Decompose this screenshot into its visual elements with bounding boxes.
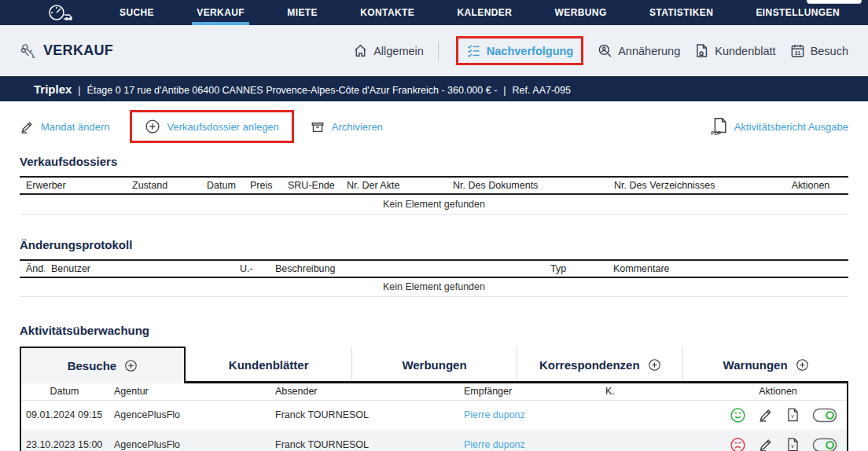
toggle-switch-icon[interactable] xyxy=(812,438,837,451)
tab-nachverfolgung[interactable]: Nachverfolgung xyxy=(456,36,583,65)
besuch-datum: 23.10.2023 15:00 xyxy=(21,430,108,451)
activity-tab-kundenblaetter[interactable]: Kundenblätter xyxy=(186,346,351,383)
detail-tabs: Allgemein Nachverfolgung xyxy=(353,36,848,65)
calendar-31-icon: 31 xyxy=(790,43,805,58)
tab-separator xyxy=(438,41,439,61)
table-header-row: Datum Agentur Absender Empfänger K. Akti… xyxy=(21,383,847,400)
nav-items: SUCHE VERKAUF MIETE KONTAKTE KALENDER WE… xyxy=(120,0,840,25)
nav-item-suche[interactable]: SUCHE xyxy=(120,0,154,25)
activity-tab-korrespondenzen[interactable]: Korrespondenzen xyxy=(517,346,682,383)
nav-item-statistiken[interactable]: STATISTIKEN xyxy=(649,0,713,25)
speedometer-icon[interactable] xyxy=(47,3,74,22)
svg-text:v: v xyxy=(791,413,794,420)
property-bar: Triplex | Étage 0 17 rue d'Antibe 06400 … xyxy=(0,76,868,101)
svg-text:v: v xyxy=(791,443,794,449)
activity-tab-werbungen[interactable]: Werbungen xyxy=(351,346,517,383)
besuch-absender: Franck TOURNESOL xyxy=(269,400,458,430)
page-title: VERKAUF xyxy=(20,42,113,60)
table-header-row: Erwerber Zustand Datum Preis SRU-Ende Nr… xyxy=(20,177,848,194)
property-details: Étage 0 17 rue d'Antibe 06400 CANNES Pro… xyxy=(87,85,498,96)
besuch-empfaenger-link[interactable]: Pierre duponz xyxy=(464,409,525,420)
plus-circle-icon[interactable] xyxy=(648,358,661,372)
document-v-icon[interactable]: v xyxy=(785,437,800,451)
empty-row: Kein Element gefunden xyxy=(20,277,848,297)
besuche-table: Datum Agentur Absender Empfänger K. Akti… xyxy=(21,383,847,451)
tab-allgemein[interactable]: Allgemein xyxy=(353,43,424,58)
tab-bottom-border xyxy=(186,381,848,383)
plus-circle-icon[interactable] xyxy=(796,358,809,372)
empty-row: Kein Element gefunden xyxy=(20,194,848,214)
svg-text:31: 31 xyxy=(794,50,800,56)
checklist-icon xyxy=(466,43,481,58)
activity-tab-warnungen[interactable]: Warnungen xyxy=(682,346,848,383)
page-header: VERKAUF Allgemein Nachverfolgung xyxy=(0,25,868,76)
besuch-row: 09.01.2024 09:15 AgencePlusFlo Franck TO… xyxy=(21,400,847,430)
nav-item-verkauf[interactable]: VERKAUF xyxy=(197,0,245,25)
nav-item-kalender[interactable]: KALENDER xyxy=(457,0,512,25)
svg-text:PDF: PDF xyxy=(711,130,721,136)
tab-kundenblatt[interactable]: Kundenblatt xyxy=(694,43,775,58)
plus-circle-icon xyxy=(145,119,160,134)
archivieren-button[interactable]: Archivieren xyxy=(310,119,383,134)
besuch-datum: 09.01.2024 09:15 xyxy=(21,400,108,430)
house-icon xyxy=(353,43,368,58)
edit-pencil-icon[interactable] xyxy=(758,437,774,451)
section-title-aenderungsprotokoll: Änderungsprotokoll xyxy=(20,238,848,251)
nav-item-kontakte[interactable]: KONTAKTE xyxy=(360,0,414,25)
besuch-empfaenger-link[interactable]: Pierre duponz xyxy=(464,439,525,450)
document-house-icon xyxy=(694,43,709,58)
besuch-absender: Franck TOURNESOL xyxy=(269,430,458,451)
activity-tabs: Besuche Kundenblätter Werbungen Korrespo… xyxy=(20,346,848,383)
nav-item-miete[interactable]: MIETE xyxy=(287,0,318,25)
property-name: Triplex xyxy=(34,82,72,96)
verkaufsdossier-anlegen-button[interactable]: Verkaufsdossier anlegen xyxy=(130,110,293,143)
pencil-icon xyxy=(20,119,35,134)
aktivitaetsbericht-button[interactable]: PDF Aktivitätsbericht Ausgabe xyxy=(709,117,848,136)
pdf-document-icon: PDF xyxy=(709,117,728,136)
table-header-row: Änd. Benutzer U.- Beschreibung Typ Komme… xyxy=(20,260,848,277)
toggle-switch-icon[interactable] xyxy=(812,408,837,423)
sad-smiley-icon[interactable] xyxy=(730,437,746,451)
mandat-aendern-button[interactable]: Mandat ändern xyxy=(20,119,109,134)
archive-box-icon xyxy=(310,119,326,134)
tooltip-fragment xyxy=(807,0,862,4)
top-navigation: SUCHE VERKAUF MIETE KONTAKTE KALENDER WE… xyxy=(0,0,868,25)
aenderungsprotokoll-table: Änd. Benutzer U.- Beschreibung Typ Komme… xyxy=(20,259,848,298)
besuch-row: 23.10.2023 15:00 AgencePlusFlo Franck TO… xyxy=(21,430,847,451)
section-title-verkaufsdossiers: Verkaufsdossiers xyxy=(20,155,848,168)
besuch-agentur: AgencePlusFlo xyxy=(108,400,269,430)
edit-pencil-icon[interactable] xyxy=(758,407,774,423)
nav-item-werbung[interactable]: WERBUNG xyxy=(555,0,607,25)
section-title-aktivitaetsueberwachung: Aktivitätsüberwachung xyxy=(20,324,848,337)
tab-annaeherung[interactable]: Annäherung xyxy=(598,43,680,58)
besuch-k xyxy=(599,430,709,451)
tab-besuch[interactable]: 31 Besuch xyxy=(790,43,848,58)
document-v-icon[interactable]: v xyxy=(785,407,800,423)
besuche-table-container: Datum Agentur Absender Empfänger K. Akti… xyxy=(20,383,848,451)
person-search-icon xyxy=(598,43,612,58)
besuch-agentur: AgencePlusFlo xyxy=(108,430,269,451)
property-ref: Ref. AA7-095 xyxy=(513,85,571,96)
plus-circle-icon[interactable] xyxy=(124,359,138,372)
activity-tab-besuche[interactable]: Besuche xyxy=(20,346,186,383)
verkaufsdossiers-table: Erwerber Zustand Datum Preis SRU-Ende Nr… xyxy=(20,176,848,214)
happy-smiley-icon[interactable] xyxy=(730,407,746,424)
besuch-k xyxy=(599,400,709,430)
keys-icon xyxy=(20,42,37,60)
actions-row: Mandat ändern Verkaufsdossier anlegen Ar… xyxy=(20,109,848,144)
